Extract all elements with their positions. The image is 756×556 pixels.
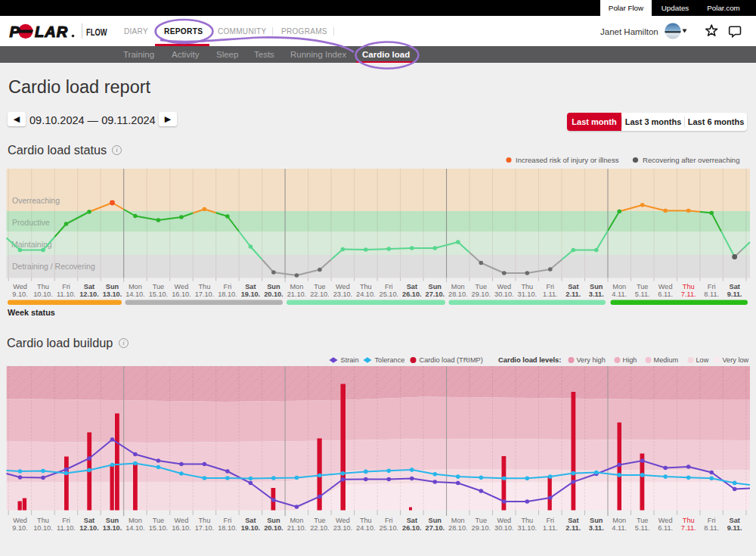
svg-text:Sun: Sun bbox=[106, 517, 119, 524]
svg-text:28.10.: 28.10. bbox=[448, 524, 468, 532]
svg-text:Sat: Sat bbox=[84, 517, 94, 524]
svg-text:Tue: Tue bbox=[314, 517, 326, 524]
svg-text:Thu: Thu bbox=[37, 517, 49, 524]
svg-text:9.11.: 9.11. bbox=[727, 524, 742, 532]
svg-text:Mon: Mon bbox=[129, 517, 142, 524]
svg-text:16.10.: 16.10. bbox=[172, 524, 191, 532]
svg-text:26.10.: 26.10. bbox=[402, 524, 422, 532]
svg-text:Fri: Fri bbox=[708, 517, 716, 524]
svg-text:12.10.: 12.10. bbox=[79, 524, 99, 532]
svg-text:15.10.: 15.10. bbox=[149, 524, 169, 532]
svg-text:10.10.: 10.10. bbox=[33, 524, 53, 532]
svg-text:Thu: Thu bbox=[360, 517, 372, 524]
svg-text:17.10.: 17.10. bbox=[195, 524, 215, 532]
svg-text:Wed: Wed bbox=[13, 517, 27, 524]
svg-text:18.10.: 18.10. bbox=[218, 524, 237, 532]
svg-text:Thu: Thu bbox=[198, 517, 210, 524]
svg-text:19.10.: 19.10. bbox=[241, 524, 261, 532]
svg-text:Sun: Sun bbox=[590, 517, 603, 524]
svg-text:7.11.: 7.11. bbox=[681, 524, 696, 532]
svg-text:6.11.: 6.11. bbox=[658, 524, 673, 532]
svg-text:21.10.: 21.10. bbox=[287, 524, 307, 532]
svg-text:Wed: Wed bbox=[175, 517, 189, 524]
svg-text:Thu: Thu bbox=[683, 517, 695, 524]
svg-text:Mon: Mon bbox=[290, 517, 303, 524]
svg-text:Sun: Sun bbox=[429, 517, 442, 524]
svg-text:27.10.: 27.10. bbox=[426, 524, 445, 532]
svg-text:5.11.: 5.11. bbox=[635, 524, 650, 532]
svg-text:Fri: Fri bbox=[385, 517, 393, 524]
svg-text:Fri: Fri bbox=[546, 517, 554, 524]
svg-text:Sat: Sat bbox=[730, 517, 740, 524]
svg-text:Fri: Fri bbox=[224, 517, 232, 524]
svg-text:29.10.: 29.10. bbox=[472, 524, 491, 532]
svg-text:Wed: Wed bbox=[658, 517, 673, 524]
svg-text:22.10.: 22.10. bbox=[310, 524, 330, 532]
svg-text:Wed: Wed bbox=[497, 517, 511, 524]
svg-text:20.10.: 20.10. bbox=[264, 524, 284, 532]
svg-text:1.11.: 1.11. bbox=[543, 524, 558, 532]
svg-text:3.11.: 3.11. bbox=[589, 524, 604, 532]
svg-text:Tue: Tue bbox=[153, 517, 165, 524]
svg-text:Wed: Wed bbox=[336, 517, 350, 524]
svg-text:Sat: Sat bbox=[568, 517, 578, 524]
svg-text:8.11.: 8.11. bbox=[704, 524, 719, 532]
svg-text:9.10.: 9.10. bbox=[12, 524, 27, 532]
svg-text:Sat: Sat bbox=[407, 517, 417, 524]
svg-text:25.10.: 25.10. bbox=[380, 524, 399, 532]
svg-text:Mon: Mon bbox=[612, 517, 626, 524]
svg-text:2.11.: 2.11. bbox=[565, 524, 581, 532]
svg-text:Thu: Thu bbox=[521, 517, 533, 524]
svg-text:Sun: Sun bbox=[267, 517, 280, 524]
svg-text:11.10.: 11.10. bbox=[57, 524, 76, 532]
svg-text:13.10.: 13.10. bbox=[103, 524, 122, 532]
svg-text:4.11.: 4.11. bbox=[612, 524, 627, 532]
svg-text:30.10.: 30.10. bbox=[494, 524, 514, 532]
svg-text:Mon: Mon bbox=[451, 517, 465, 524]
svg-text:Tue: Tue bbox=[476, 517, 488, 524]
svg-text:Tue: Tue bbox=[637, 517, 649, 524]
svg-text:23.10.: 23.10. bbox=[333, 524, 353, 532]
svg-text:Sat: Sat bbox=[245, 517, 256, 524]
svg-text:24.10.: 24.10. bbox=[356, 524, 376, 532]
svg-text:Fri: Fri bbox=[62, 517, 70, 524]
svg-text:14.10.: 14.10. bbox=[125, 524, 145, 532]
svg-text:31.10.: 31.10. bbox=[518, 524, 538, 532]
